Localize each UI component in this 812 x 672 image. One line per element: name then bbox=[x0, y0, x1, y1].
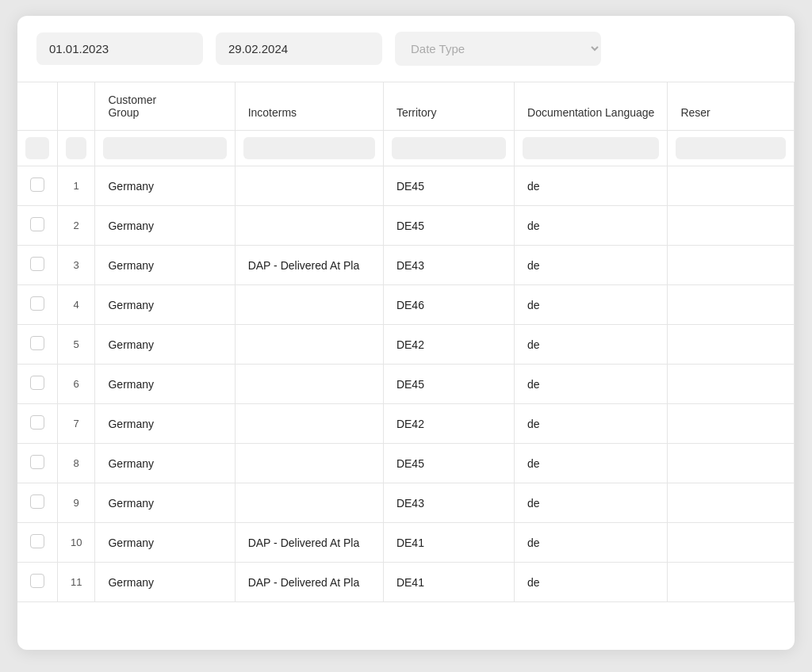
row-doc-language: de bbox=[515, 365, 668, 404]
row-reser bbox=[668, 563, 795, 602]
date-type-select[interactable]: Date Type bbox=[395, 32, 601, 66]
row-customer-group: Germany bbox=[95, 246, 235, 285]
row-customer-group: Germany bbox=[95, 523, 235, 563]
row-num-cell: 5 bbox=[58, 325, 95, 365]
table-row: 7 Germany DE42 de bbox=[17, 404, 795, 444]
table-row: 5 Germany DE42 de bbox=[17, 325, 795, 365]
row-reser bbox=[668, 404, 795, 444]
row-num-cell: 4 bbox=[58, 285, 95, 325]
filter-reser-cell[interactable] bbox=[668, 131, 795, 166]
row-territory: DE45 bbox=[383, 166, 514, 206]
row-customer-group: Germany bbox=[95, 365, 235, 404]
row-incoterms: DAP - Delivered At Pla bbox=[235, 246, 383, 285]
row-checkbox[interactable] bbox=[30, 415, 44, 430]
row-customer-group: Germany bbox=[95, 444, 235, 483]
row-checkbox-cell[interactable] bbox=[17, 365, 58, 404]
row-num-cell: 9 bbox=[58, 483, 95, 523]
row-territory: DE42 bbox=[383, 325, 514, 365]
row-customer-group: Germany bbox=[95, 404, 235, 444]
filter-incoterms-input[interactable] bbox=[243, 137, 375, 159]
table-row: 1 Germany DE45 de bbox=[17, 166, 795, 206]
row-checkbox-cell[interactable] bbox=[17, 483, 58, 523]
row-reser bbox=[668, 365, 795, 404]
table-row: 2 Germany DE45 de bbox=[17, 206, 795, 246]
col-header-territory: Territory bbox=[383, 82, 514, 131]
row-incoterms: DAP - Delivered At Pla bbox=[235, 523, 383, 563]
row-num-cell: 6 bbox=[58, 365, 95, 404]
row-num-cell: 10 bbox=[58, 523, 95, 563]
table-row: 9 Germany DE43 de bbox=[17, 483, 795, 523]
app-container: Date Type CustomerGroup Incoterms Territ… bbox=[17, 16, 795, 650]
row-checkbox-cell[interactable] bbox=[17, 444, 58, 483]
col-header-reser: Reser bbox=[668, 82, 795, 131]
row-checkbox[interactable] bbox=[30, 534, 44, 548]
table-row: 6 Germany DE45 de bbox=[17, 365, 795, 404]
row-checkbox[interactable] bbox=[30, 376, 44, 390]
row-reser bbox=[668, 483, 795, 523]
row-checkbox-cell[interactable] bbox=[17, 523, 58, 563]
row-checkbox[interactable] bbox=[30, 217, 44, 231]
filter-territory-input[interactable] bbox=[392, 137, 506, 159]
row-num-cell: 3 bbox=[58, 246, 95, 285]
data-table: CustomerGroup Incoterms Territory Docume… bbox=[17, 82, 795, 602]
row-territory: DE45 bbox=[383, 365, 514, 404]
row-customer-group: Germany bbox=[95, 483, 235, 523]
row-incoterms bbox=[235, 206, 383, 246]
row-checkbox[interactable] bbox=[30, 494, 44, 509]
row-territory: DE45 bbox=[383, 206, 514, 246]
row-territory: DE42 bbox=[383, 404, 514, 444]
row-doc-language: de bbox=[515, 325, 668, 365]
row-doc-language: de bbox=[515, 285, 668, 325]
table-row: 3 Germany DAP - Delivered At Pla DE43 de bbox=[17, 246, 795, 285]
row-checkbox-cell[interactable] bbox=[17, 404, 58, 444]
row-checkbox-cell[interactable] bbox=[17, 246, 58, 285]
filter-customer-group-cell[interactable] bbox=[95, 131, 235, 166]
row-territory: DE43 bbox=[383, 483, 514, 523]
row-customer-group: Germany bbox=[95, 563, 235, 602]
row-doc-language: de bbox=[515, 523, 668, 563]
row-doc-language: de bbox=[515, 206, 668, 246]
filter-reser-input[interactable] bbox=[676, 137, 786, 159]
filter-doc-lang-cell[interactable] bbox=[515, 131, 668, 166]
row-checkbox-cell[interactable] bbox=[17, 325, 58, 365]
filter-doc-lang-input[interactable] bbox=[523, 137, 659, 159]
row-doc-language: de bbox=[515, 404, 668, 444]
row-checkbox[interactable] bbox=[30, 296, 44, 311]
table-row: 11 Germany DAP - Delivered At Pla DE41 d… bbox=[17, 563, 795, 602]
row-checkbox[interactable] bbox=[30, 455, 44, 469]
row-incoterms bbox=[235, 325, 383, 365]
filter-incoterms-cell[interactable] bbox=[235, 131, 383, 166]
row-reser bbox=[668, 523, 795, 563]
table-row: 10 Germany DAP - Delivered At Pla DE41 d… bbox=[17, 523, 795, 563]
filter-customer-group-input[interactable] bbox=[103, 137, 226, 159]
row-checkbox[interactable] bbox=[30, 574, 44, 588]
row-num-cell: 8 bbox=[58, 444, 95, 483]
row-customer-group: Germany bbox=[95, 206, 235, 246]
filter-territory-cell[interactable] bbox=[383, 131, 514, 166]
row-doc-language: de bbox=[515, 483, 668, 523]
row-doc-language: de bbox=[515, 246, 668, 285]
row-checkbox-cell[interactable] bbox=[17, 563, 58, 602]
row-doc-language: de bbox=[515, 444, 668, 483]
row-reser bbox=[668, 285, 795, 325]
row-checkbox[interactable] bbox=[30, 178, 44, 192]
row-reser bbox=[668, 325, 795, 365]
row-checkbox-cell[interactable] bbox=[17, 166, 58, 206]
date-to-input[interactable] bbox=[216, 32, 382, 65]
date-from-input[interactable] bbox=[36, 32, 203, 65]
row-incoterms bbox=[235, 166, 383, 206]
table-body: 1 Germany DE45 de 2 Germany DE45 de 3 Ge… bbox=[17, 166, 795, 602]
row-checkbox-cell[interactable] bbox=[17, 285, 58, 325]
row-customer-group: Germany bbox=[95, 285, 235, 325]
row-num-cell: 7 bbox=[58, 404, 95, 444]
row-incoterms bbox=[235, 483, 383, 523]
row-incoterms: DAP - Delivered At Pla bbox=[235, 563, 383, 602]
row-territory: DE41 bbox=[383, 523, 514, 563]
row-checkbox-cell[interactable] bbox=[17, 206, 58, 246]
row-checkbox[interactable] bbox=[30, 336, 44, 350]
col-header-rownum bbox=[58, 82, 95, 131]
row-reser bbox=[668, 166, 795, 206]
row-checkbox[interactable] bbox=[30, 257, 44, 271]
row-territory: DE45 bbox=[383, 444, 514, 483]
row-doc-language: de bbox=[515, 166, 668, 206]
